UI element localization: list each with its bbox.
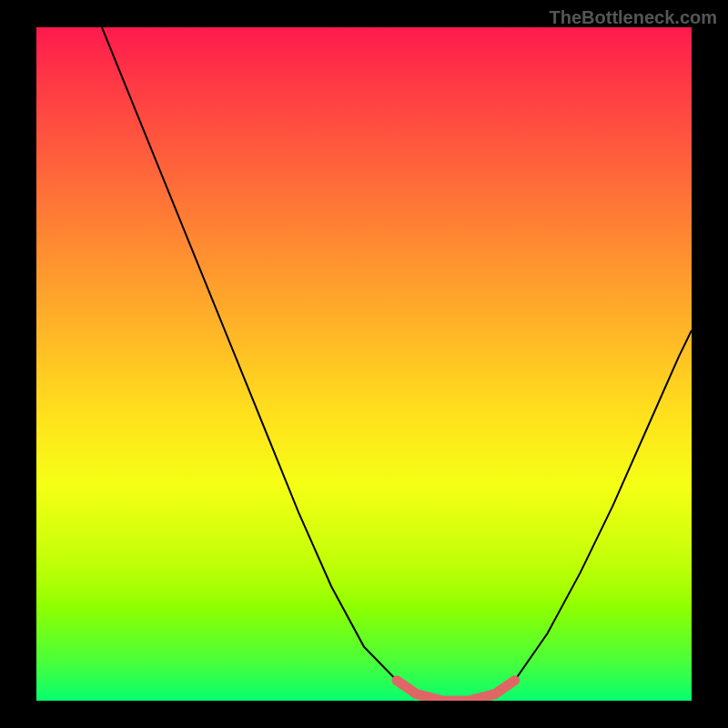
chart-plot-area [36, 27, 692, 701]
watermark-text: TheBottleneck.com [550, 7, 717, 28]
pink-overlay-path [397, 681, 515, 701]
black-curve-path [102, 27, 692, 701]
curve-svg [36, 27, 692, 701]
